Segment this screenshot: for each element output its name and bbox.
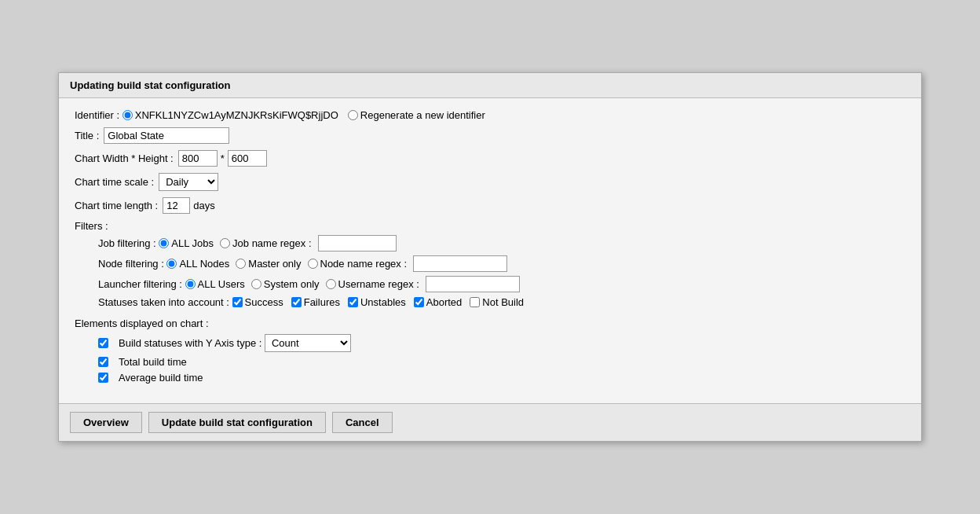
filters-label: Filters : [75,220,905,232]
filter-job-regex-text: Job name regex : [232,237,311,249]
status-failures-text: Failures [304,296,340,308]
element-avg-build-time-checkbox-label[interactable] [98,373,111,383]
filter-job-all-radio[interactable] [159,238,169,248]
filter-job-regex-input[interactable] [318,235,397,251]
element-total-build-time-item: Total build time [98,356,905,368]
filter-launcher-regex-input[interactable] [426,276,520,292]
filter-node-regex-text: Node name regex : [320,258,408,270]
filter-job-item: Job filtering : ALL Jobs Job name regex … [98,235,905,251]
overview-button[interactable]: Overview [70,412,142,433]
chart-width-input[interactable] [178,150,218,167]
element-avg-build-time-text: Average build time [119,372,203,384]
identifier-regenerate-radio-label[interactable]: Regenerate a new identifier [348,109,485,121]
title-input[interactable] [104,127,229,144]
chart-timelength-row: Chart time length : days [75,197,905,214]
days-label: days [193,200,214,211]
filter-node-item: Node filtering : ALL Nodes Master only N… [98,255,905,272]
update-button[interactable]: Update build stat configuration [148,412,326,433]
identifier-row: Identifier : XNFKL1NYZCw1AyMZNJKRsKiFWQ$… [75,109,905,121]
filter-launcher-all-text: ALL Users [198,278,245,290]
identifier-value: XNFKL1NYZCw1AyMZNJKRsKiFWQ$RjjDO [135,109,338,121]
status-aborted-text: Aborted [426,296,463,308]
status-notbuild-label[interactable]: Not Build [470,296,524,308]
filter-node-label: Node filtering : [98,258,164,270]
filter-launcher-item: Launcher filtering : ALL Users System on… [98,276,905,292]
update-dialog: Updating build stat configuration Identi… [58,72,922,442]
filter-launcher-all-label[interactable]: ALL Users [185,278,245,290]
filter-job-regex-radio[interactable] [220,238,230,248]
element-avg-build-time-checkbox[interactable] [98,373,108,383]
filter-launcher-system-label[interactable]: System only [251,278,320,290]
status-aborted-label[interactable]: Aborted [414,296,463,308]
dialog-footer: Overview Update build stat configuration… [59,403,921,441]
element-total-build-time-checkbox-label[interactable] [98,357,111,367]
elements-list: Build statuses with Y Axis type : Count … [98,334,905,384]
element-build-statuses-checkbox-label[interactable] [98,338,111,348]
filter-launcher-label: Launcher filtering : [98,278,182,290]
status-failures-label[interactable]: Failures [291,296,340,308]
filter-launcher-regex-text: Username regex : [338,278,419,290]
status-aborted-checkbox[interactable] [414,297,424,307]
filter-job-regex-label[interactable]: Job name regex : [220,237,311,249]
title-label: Title : [75,130,99,141]
element-total-build-time-checkbox[interactable] [98,357,108,367]
y-axis-type-select[interactable]: Count Percentage [265,334,351,352]
filter-launcher-system-text: System only [264,278,320,290]
cancel-button[interactable]: Cancel [332,412,393,433]
filter-node-regex-label[interactable]: Node name regex : [308,258,408,270]
dialog-body: Identifier : XNFKL1NYZCw1AyMZNJKRsKiFWQ$… [59,98,921,403]
chart-timelength-label: Chart time length : [75,200,158,211]
identifier-regenerate-radio[interactable] [348,110,358,120]
chart-timescale-row: Chart time scale : Daily Weekly Monthly [75,173,905,191]
status-success-text: Success [245,296,283,308]
status-success-label[interactable]: Success [232,296,283,308]
dialog-header: Updating build stat configuration [59,73,921,98]
chart-timescale-label: Chart time scale : [75,176,154,188]
identifier-regenerate-label: Regenerate a new identifier [360,109,485,121]
element-build-statuses-item: Build statuses with Y Axis type : Count … [98,334,905,352]
filter-node-regex-radio[interactable] [308,259,318,269]
filter-job-all-label[interactable]: ALL Jobs [159,237,214,249]
chart-timescale-select[interactable]: Daily Weekly Monthly [159,173,218,191]
filter-launcher-regex-radio[interactable] [326,279,336,289]
element-build-statuses-text: Build statuses with Y Axis type : [119,337,261,349]
status-unstables-label[interactable]: Unstables [348,296,406,308]
chart-height-input[interactable] [228,150,267,167]
filter-statuses-label: Statuses taken into account : [98,296,229,308]
elements-section: Elements displayed on chart : Build stat… [75,318,905,384]
filter-node-master-text: Master only [248,258,301,270]
status-failures-checkbox[interactable] [291,297,302,307]
filter-node-master-radio[interactable] [236,259,246,269]
identifier-label: Identifier : [75,109,119,121]
element-build-statuses-checkbox[interactable] [98,338,108,348]
element-total-build-time-text: Total build time [119,356,187,368]
filter-node-all-text: ALL Nodes [179,258,229,270]
filter-launcher-all-radio[interactable] [185,279,196,289]
filter-node-all-label[interactable]: ALL Nodes [166,258,229,270]
multiply-sign: * [221,152,225,164]
status-notbuild-text: Not Build [482,296,524,308]
status-success-checkbox[interactable] [232,297,243,307]
status-notbuild-checkbox[interactable] [470,297,480,307]
filter-node-master-label[interactable]: Master only [236,258,301,270]
element-avg-build-time-item: Average build time [98,372,905,384]
chart-size-label: Chart Width * Height : [75,152,174,164]
title-row: Title : [75,127,905,144]
filter-launcher-system-radio[interactable] [251,279,261,289]
filter-node-regex-input[interactable] [413,255,507,272]
status-unstables-text: Unstables [360,296,406,308]
dialog-title: Updating build stat configuration [70,79,230,91]
elements-label: Elements displayed on chart : [75,318,905,329]
filter-job-label: Job filtering : [98,237,156,249]
filter-statuses-item: Statuses taken into account : Success Fa… [98,296,905,308]
identifier-current-radio[interactable] [122,110,133,120]
filters-section: Filters : Job filtering : ALL Jobs Job n… [75,220,905,308]
filter-node-all-radio[interactable] [166,259,177,269]
identifier-current-radio-label[interactable]: XNFKL1NYZCw1AyMZNJKRsKiFWQ$RjjDO [122,109,343,121]
status-unstables-checkbox[interactable] [348,297,358,307]
filter-job-all-text: ALL Jobs [171,237,214,249]
chart-timelength-input[interactable] [163,197,190,214]
filter-launcher-regex-label[interactable]: Username regex : [326,278,419,290]
filter-list: Job filtering : ALL Jobs Job name regex … [98,235,905,308]
chart-size-row: Chart Width * Height : * [75,150,905,167]
